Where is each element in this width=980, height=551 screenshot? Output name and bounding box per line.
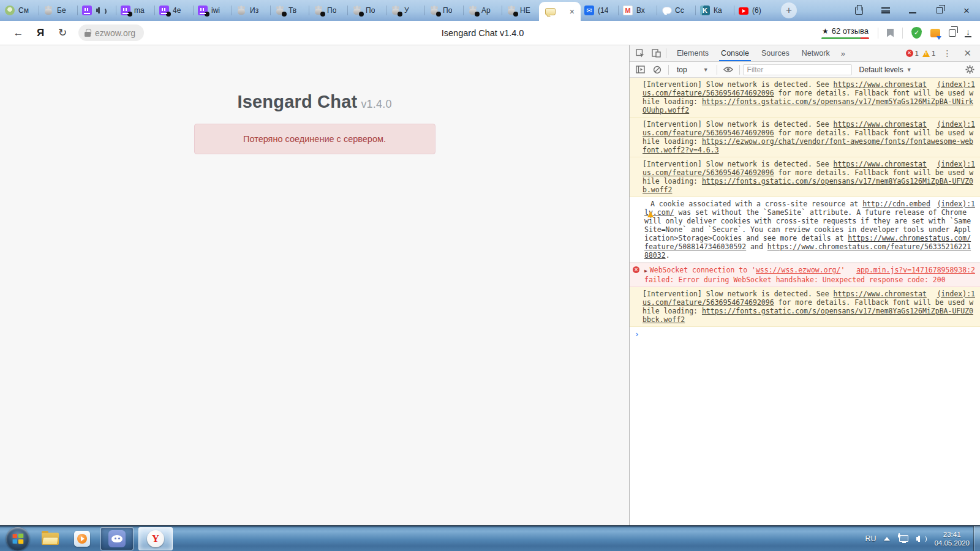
address-bar[interactable]: ezwow.org bbox=[78, 24, 144, 41]
console-prompt[interactable]: › bbox=[630, 327, 980, 341]
tab-label: Вх bbox=[636, 6, 645, 15]
devtools-menu-button[interactable]: ⋮ bbox=[939, 48, 955, 58]
chevron-down-icon: ▼ bbox=[907, 67, 912, 73]
tabs-panel-icon[interactable] bbox=[949, 29, 956, 37]
more-tabs-button[interactable]: » bbox=[836, 49, 850, 58]
bubble-white-favicon-icon bbox=[662, 6, 671, 15]
devtools-status: ✕ 1 1 ⋮ ✕ bbox=[906, 48, 978, 59]
browser-tab[interactable]: Ка bbox=[695, 0, 734, 21]
log-levels-selector[interactable]: Default levels▼ bbox=[853, 66, 918, 74]
message-source-link[interactable]: app.min.js?v=1471678958938:2 bbox=[856, 266, 975, 274]
browser-tab[interactable]: У bbox=[386, 0, 424, 21]
inspect-cursor-icon bbox=[636, 49, 645, 58]
browser-tab[interactable] bbox=[77, 0, 116, 21]
url-text: ezwow.org bbox=[95, 28, 135, 38]
warning-icon bbox=[647, 203, 654, 217]
inspect-element-button[interactable] bbox=[632, 46, 648, 61]
warning-count-badge[interactable]: 1 bbox=[922, 50, 935, 57]
message-source-link[interactable]: (index):1 bbox=[937, 80, 975, 89]
restore-button[interactable] bbox=[926, 0, 953, 21]
console-url-link[interactable]: wss://wss.ezwow.org/ bbox=[756, 266, 840, 274]
browser-tab[interactable]: Бе bbox=[39, 0, 77, 21]
taskbar-mediaplayer-button[interactable] bbox=[69, 528, 96, 549]
taskbar-yandex-button[interactable]: Y bbox=[138, 527, 173, 550]
devtools-tab-network[interactable]: Network bbox=[796, 45, 836, 61]
devtools-tab-sources[interactable]: Sources bbox=[755, 45, 796, 61]
rating-bar bbox=[821, 37, 869, 39]
lock-icon[interactable] bbox=[85, 32, 91, 37]
device-toolbar-button[interactable] bbox=[648, 46, 664, 61]
connection-error-alert: Потеряно соединение с сервером. bbox=[194, 124, 435, 154]
page-title-bar: Isengard Chat v1.4.0 bbox=[146, 28, 819, 38]
reviews-badge[interactable]: ★ 62 отзыва bbox=[821, 26, 869, 39]
mail-blue-favicon-icon bbox=[584, 6, 594, 15]
browser-tab-active[interactable]: × bbox=[539, 2, 581, 21]
paw-favicon-icon bbox=[314, 6, 323, 15]
browser-tab[interactable]: См bbox=[0, 0, 39, 21]
bookmark-icon[interactable] bbox=[887, 29, 894, 37]
console-message-warning: (index):1A cookie associated with a cros… bbox=[630, 197, 980, 263]
new-tab-button[interactable]: + bbox=[781, 2, 797, 18]
yandex-home-button[interactable]: Я bbox=[31, 24, 50, 42]
console-filter-input[interactable] bbox=[743, 64, 852, 75]
browser-tab[interactable]: Ар bbox=[463, 0, 502, 21]
volume-icon[interactable] bbox=[916, 534, 926, 543]
devtools-tab-console[interactable]: Console bbox=[715, 45, 755, 61]
back-button[interactable]: ← bbox=[9, 24, 28, 42]
start-button[interactable] bbox=[6, 527, 29, 550]
taskbar-explorer-button[interactable] bbox=[37, 528, 64, 549]
devtools-close-button[interactable]: ✕ bbox=[959, 48, 976, 59]
live-expression-button[interactable] bbox=[720, 62, 736, 77]
tab-badge-dot bbox=[205, 12, 209, 17]
tray-expand-icon[interactable] bbox=[884, 537, 890, 541]
taskbar-discord-button[interactable] bbox=[100, 527, 134, 550]
context-selector[interactable]: top▼ bbox=[672, 66, 714, 74]
browser-tab[interactable]: 4е bbox=[154, 0, 193, 21]
browser-tab[interactable]: Вх bbox=[618, 0, 657, 21]
browser-tab[interactable]: Сс bbox=[657, 0, 695, 21]
browser-tab[interactable]: iwi bbox=[193, 0, 232, 21]
error-count-badge[interactable]: ✕ 1 bbox=[906, 50, 919, 57]
browser-window: СмБеma4еiwiИзТвПоПоУПоАрНЕ×(14ВхСсКа(6) … bbox=[0, 0, 980, 525]
chat-favicon-icon bbox=[545, 7, 555, 17]
message-source-link[interactable]: (index):1 bbox=[937, 290, 975, 298]
message-source-link[interactable]: (index):1 bbox=[937, 120, 975, 129]
clock[interactable]: 23:41 04.05.2020 bbox=[934, 530, 970, 547]
browser-tab[interactable]: (6) bbox=[734, 0, 772, 21]
prompt-chevron-icon: › bbox=[635, 330, 639, 338]
menu-button[interactable] bbox=[872, 0, 899, 21]
show-desktop-button[interactable] bbox=[973, 526, 980, 551]
extension-icon[interactable] bbox=[930, 29, 940, 37]
browser-tab[interactable]: ma bbox=[116, 0, 154, 21]
browser-tab[interactable]: По bbox=[347, 0, 386, 21]
tab-close-icon[interactable]: × bbox=[570, 7, 575, 16]
browser-tab[interactable]: По bbox=[424, 0, 463, 21]
paw-favicon-icon bbox=[507, 6, 516, 15]
close-button[interactable]: × bbox=[953, 0, 980, 21]
discord-icon bbox=[108, 530, 126, 547]
language-indicator[interactable]: RU bbox=[865, 534, 876, 543]
browser-tab[interactable]: Из bbox=[232, 0, 270, 21]
clear-console-button[interactable] bbox=[649, 62, 665, 77]
bookmarks-panel-button[interactable] bbox=[845, 0, 872, 21]
devtools-tab-elements[interactable]: Elements bbox=[671, 45, 715, 61]
protect-shield-icon[interactable] bbox=[911, 27, 922, 39]
minimize-button[interactable] bbox=[899, 0, 926, 21]
browser-tab[interactable]: По bbox=[309, 0, 347, 21]
browser-tab[interactable]: НЕ bbox=[502, 0, 540, 21]
network-icon[interactable] bbox=[898, 534, 908, 543]
download-icon[interactable]: ↓ bbox=[965, 28, 971, 37]
message-source-link[interactable]: (index):1 bbox=[937, 160, 975, 168]
reload-button[interactable]: ↻ bbox=[53, 24, 72, 42]
tab-bar: СмБеma4еiwiИзТвПоПоУПоАрНЕ×(14ВхСсКа(6) … bbox=[0, 0, 980, 21]
tab-audio-icon[interactable] bbox=[96, 6, 105, 15]
expand-triangle-icon[interactable]: ▶ bbox=[644, 268, 647, 274]
console-message-warning: (index):1[Intervention] Slow network is … bbox=[630, 287, 980, 327]
tab-badge-dot bbox=[436, 12, 441, 17]
console-settings-button[interactable] bbox=[962, 62, 978, 77]
message-source-link[interactable]: (index):1 bbox=[937, 200, 975, 208]
browser-tab[interactable]: Тв bbox=[270, 0, 309, 21]
browser-tab[interactable]: (14 bbox=[579, 0, 618, 21]
console-sidebar-button[interactable] bbox=[632, 62, 648, 77]
devtools-separator bbox=[739, 65, 740, 75]
